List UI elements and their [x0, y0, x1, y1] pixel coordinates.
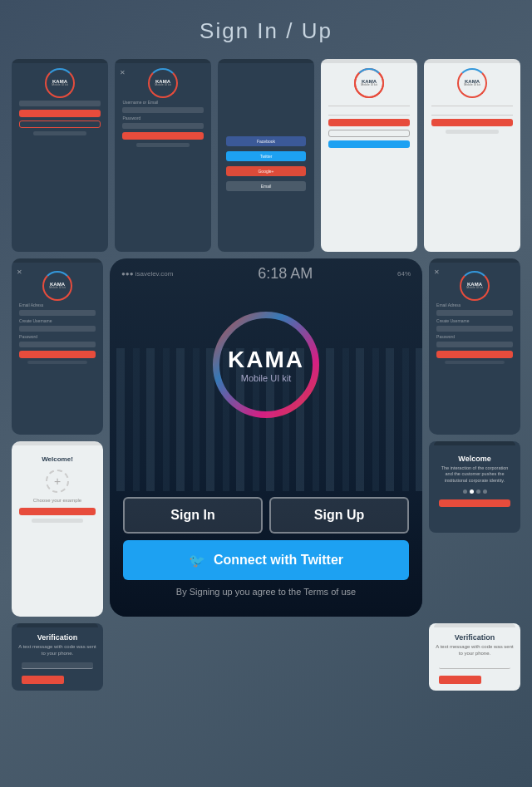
- welcome-title: Welcome!: [42, 455, 73, 463]
- status-bar: [429, 258, 520, 263]
- signup-button[interactable]: Sign Up: [269, 497, 409, 534]
- forgot-password-link[interactable]: [446, 130, 500, 134]
- input-field[interactable]: [328, 101, 409, 106]
- skip-button[interactable]: [485, 676, 510, 684]
- verification-phone-left: Verification A text message with code wa…: [12, 623, 103, 691]
- bottom-row: Verification A text message with code wa…: [0, 623, 532, 691]
- status-bar: [424, 59, 520, 63]
- terms-text: [27, 361, 86, 364]
- username-field[interactable]: [122, 107, 203, 113]
- connect-twitter-btn[interactable]: [328, 140, 409, 148]
- verify-button[interactable]: [22, 676, 64, 684]
- kama-logo: KAMAMobile UI kit: [42, 271, 72, 301]
- field-label: Create Username: [436, 318, 469, 323]
- login-btn[interactable]: [431, 119, 512, 126]
- phone-mockup-5: KAMAMobile UI kit: [424, 59, 520, 252]
- verification-title: Verification: [455, 633, 495, 642]
- top-phones-row: KAMAMobile UI kit ✕ KAMAMobile UI kit Us…: [0, 59, 532, 252]
- email-field[interactable]: [436, 310, 513, 316]
- skip-link[interactable]: [32, 519, 82, 523]
- email-btn[interactable]: Email: [226, 181, 305, 191]
- main-kama-logo: KAMA Mobile UI kit: [212, 311, 320, 419]
- add-photo-btn[interactable]: +: [46, 470, 69, 493]
- field-label: Password: [19, 334, 37, 339]
- page-title: Sign In / Up: [0, 0, 532, 59]
- phone-mockup-2: ✕ KAMAMobile UI kit Username or Email Pa…: [115, 59, 211, 252]
- login-btn[interactable]: [122, 132, 203, 140]
- status-bar: [434, 623, 515, 627]
- password-field[interactable]: [431, 110, 512, 116]
- field-label: Create Username: [19, 318, 52, 323]
- username-field[interactable]: [436, 326, 513, 332]
- phone-mockup-4: KAMAMobile UI kit: [321, 59, 417, 252]
- password-field[interactable]: [122, 123, 203, 129]
- create-account-btn[interactable]: [436, 351, 513, 358]
- verification-input[interactable]: [22, 662, 93, 669]
- create-account-btn[interactable]: [19, 351, 96, 358]
- start-work-btn[interactable]: [19, 508, 96, 515]
- dot-1: [463, 489, 467, 494]
- field-label: Email Adress: [19, 303, 43, 307]
- kama-logo: KAMAMobile UI kit: [354, 68, 384, 98]
- email-label: Email: [261, 184, 272, 189]
- skip-button[interactable]: [67, 676, 93, 684]
- close-icon[interactable]: ✕: [120, 69, 126, 76]
- signin-btn[interactable]: [328, 130, 409, 137]
- status-bar: [218, 59, 314, 63]
- welcome-body-text: The interaction of the corporation and t…: [434, 465, 515, 484]
- status-bar: [12, 258, 103, 263]
- signin-button[interactable]: Sign In: [123, 497, 263, 534]
- phone-mockup-3: Facebook Twitter Google+ Email: [218, 59, 314, 252]
- verification-buttons: [439, 676, 510, 684]
- field-label: Password: [122, 116, 140, 121]
- field-label: Password: [436, 334, 455, 339]
- welcome-phone: Welcome! + Choose your example: [12, 441, 103, 617]
- create-account-btn[interactable]: [328, 119, 409, 126]
- twitter-icon: 🐦: [189, 553, 205, 568]
- pagination-dots: [463, 489, 487, 494]
- connect-twitter-button[interactable]: 🐦 Connect with Twitter: [123, 540, 409, 580]
- close-icon[interactable]: ✕: [434, 268, 440, 276]
- status-bar: [434, 441, 515, 445]
- welcome-right-phone: Welcome The interaction of the corporati…: [429, 441, 520, 533]
- signin-btn[interactable]: [19, 121, 100, 128]
- choose-example-text: Choose your example: [33, 498, 81, 503]
- verification-description: A text message with code was sent to you…: [17, 644, 98, 657]
- connect-twitter-link[interactable]: [33, 131, 87, 135]
- signup-phone: ✕ KAMAMobile UI kit Email Adress Create …: [12, 258, 103, 435]
- terms-text: [445, 361, 504, 364]
- kama-logo: KAMAMobile UI kit: [457, 68, 487, 98]
- middle-row: ✕ KAMAMobile UI kit Email Adress Create …: [0, 258, 532, 617]
- password-field[interactable]: [436, 342, 513, 347]
- field-label: Email Adress: [436, 303, 461, 307]
- username-field[interactable]: [431, 101, 512, 106]
- create-account-btn[interactable]: [19, 110, 100, 117]
- middle-left: ✕ KAMAMobile UI kit Email Adress Create …: [12, 258, 103, 617]
- twitter-label: Twitter: [260, 154, 273, 159]
- input-field[interactable]: [328, 110, 409, 116]
- main-center-phone: ●●● isavelev.com 6:18 AM 64%: [110, 258, 422, 617]
- dot-4: [483, 489, 487, 494]
- googleplus-btn[interactable]: Google+: [226, 166, 305, 176]
- dot-2: [470, 489, 474, 494]
- dot-3: [476, 489, 480, 494]
- create-account-btn[interactable]: [439, 499, 510, 507]
- status-bar: [321, 59, 417, 63]
- twitter-btn[interactable]: Twitter: [226, 151, 305, 161]
- status-bar: [12, 59, 108, 63]
- terms-text: By Signing up you agree to the Terms of …: [123, 587, 409, 597]
- verify-button[interactable]: [439, 676, 481, 684]
- status-bar: [17, 623, 98, 627]
- verification-description: A text message with code was sent to you…: [434, 644, 515, 657]
- email-field[interactable]: [19, 310, 96, 316]
- forgot-password-link[interactable]: [136, 143, 190, 147]
- username-field[interactable]: [19, 326, 96, 332]
- signin-signup-row: Sign In Sign Up: [123, 497, 409, 534]
- facebook-btn[interactable]: Facebook: [226, 136, 305, 146]
- field-label: Username or Email: [122, 100, 158, 105]
- twitter-btn-label: Connect with Twitter: [214, 553, 343, 568]
- password-field[interactable]: [19, 342, 96, 347]
- status-bar: [12, 441, 103, 445]
- verification-input[interactable]: [439, 662, 510, 669]
- close-icon[interactable]: ✕: [17, 268, 22, 276]
